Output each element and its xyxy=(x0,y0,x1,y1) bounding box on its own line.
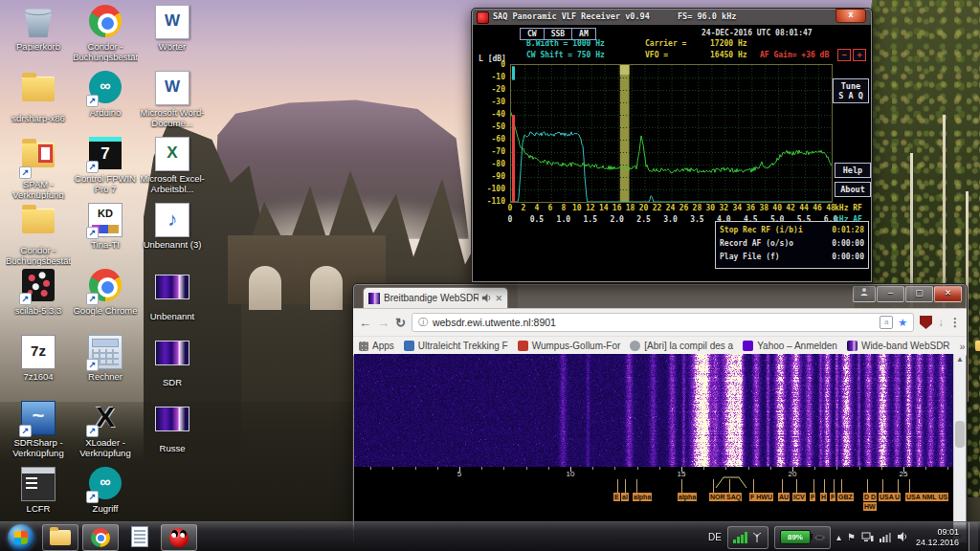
desktop-icon-7z1604[interactable]: 7z7z1604 xyxy=(6,335,71,382)
station-label-f-hwu[interactable]: F HWU xyxy=(749,493,773,501)
station-label-al[interactable]: al xyxy=(621,493,629,501)
station-label-e[interactable]: E xyxy=(613,493,620,501)
station-label-alpha[interactable]: alpha xyxy=(678,493,697,501)
saq-recorder-row[interactable]: Play File (f)0:00:00 xyxy=(720,251,864,264)
page-scrollbar[interactable]: ▲ ▼ xyxy=(953,354,966,542)
desktop-icon-label: Zugriff xyxy=(73,503,138,514)
desktop-icon-zugriff[interactable]: ∞↗Zugriff xyxy=(73,467,138,514)
desktop-icon-w-rter[interactable]: WWörter xyxy=(140,5,205,52)
websdr-waterfall[interactable] xyxy=(354,354,954,467)
level-meter-tray-app[interactable] xyxy=(727,526,768,549)
desktop-icon-rechner[interactable]: ↗Rechner xyxy=(73,335,138,382)
download-extension-icon[interactable]: ↓ xyxy=(938,316,944,329)
address-bar[interactable]: ⓘ websdr.ewi.utwente.nl:8901 a ★ xyxy=(412,313,914,332)
desktop-icon-sdrsharp-verkn-pfung[interactable]: ~↗SDRSharp - Verknüpfung xyxy=(6,401,71,458)
scrollbar-up-icon[interactable]: ▲ xyxy=(954,354,966,365)
saq-recorder-row[interactable]: Record AF (o/s)o0:00:00 xyxy=(720,237,864,251)
station-label-usa[interactable]: USA xyxy=(879,493,895,501)
bookmark-star-icon[interactable]: ★ xyxy=(898,317,907,329)
show-desktop-button[interactable] xyxy=(969,522,978,551)
saq-gain-minus-button[interactable]: − xyxy=(837,49,851,61)
station-label-d-d[interactable]: D D xyxy=(863,493,877,501)
station-label-line2[interactable]: HW xyxy=(863,502,877,511)
saq-mode-cw[interactable]: CW xyxy=(521,29,545,39)
station-label-icv[interactable]: ICV xyxy=(792,493,806,501)
desktop-icon-papierkorb[interactable]: Papierkorb xyxy=(6,5,71,52)
station-label-saq[interactable]: SAQ xyxy=(725,493,742,501)
desktop-icon-unbenannt-3[interactable]: ♪Unbenannt (3) xyxy=(140,203,205,250)
desktop-icon-spam-verkn-pfung[interactable]: ↗SPAM - Verknüpfung xyxy=(6,137,71,200)
saq-recorder-panel[interactable]: Stop Rec RF (i/b)i0:01:28Record AF (o/s)… xyxy=(715,221,869,269)
forward-icon[interactable]: → xyxy=(377,316,390,330)
station-label-alpha[interactable]: alpha xyxy=(633,493,652,501)
desktop-icon-microsoft-excel-arbeitsbl[interactable]: XMicrosoft Excel-Arbeitsbl... xyxy=(140,137,205,194)
taskbar-app-notepad[interactable] xyxy=(122,524,157,549)
desktop-icon-unbenannt[interactable]: Unbenannt xyxy=(140,269,205,321)
maximize-button[interactable]: ▢ xyxy=(905,286,933,302)
saq-close-button[interactable]: x xyxy=(835,9,866,23)
station-label-usa-nml-us[interactable]: USA NML US xyxy=(905,493,948,501)
close-button[interactable]: ✕ xyxy=(934,286,962,302)
tab-breitbandige-websdr[interactable]: Breitbandige WebSDR ✕ xyxy=(363,287,508,308)
language-indicator[interactable]: DE xyxy=(708,532,722,542)
saq-gain-plus-button[interactable]: + xyxy=(853,49,866,61)
desktop-icon-google-chrome[interactable]: ↗Google Chrome xyxy=(73,269,138,316)
page-info-icon[interactable]: ⓘ xyxy=(418,316,428,329)
saq-titlebar[interactable]: SAQ Panoramic VLF Receiver v0.94 FS= 96.… xyxy=(472,9,872,25)
station-label-nor[interactable]: NOR xyxy=(709,493,726,501)
desktop-icon-xloader-verkn-pfung[interactable]: X↗XLoader - Verknüpfung xyxy=(73,401,138,458)
desktop-icon-sdrsharp-x86[interactable]: sdrsharp-x86 xyxy=(6,71,71,123)
desktop-icon-condor-buchungsbest-tig[interactable]: Condor - Buchungsbestätig... xyxy=(6,203,71,266)
taskbar-app-explorer[interactable] xyxy=(42,524,78,551)
mobile-signal-icon[interactable] xyxy=(880,532,891,542)
bookmark-wide-band-websdr[interactable]: Wide-band WebSDR xyxy=(847,341,950,351)
station-label-h[interactable]: H xyxy=(820,493,827,501)
desktop-icon-microsoft-word-docume[interactable]: WMicrosoft Word-Docume... xyxy=(140,71,205,128)
taskbar-clock[interactable]: 09:01 24.12.2016 xyxy=(916,527,959,548)
bookmark-abri-la-compil-des-a[interactable]: [Abri] la compil des a xyxy=(630,341,733,351)
desktop-icon-russe[interactable]: Russe xyxy=(140,401,205,453)
tab-close-icon[interactable]: ✕ xyxy=(495,294,502,303)
saq-mode-am[interactable]: AM xyxy=(572,29,595,39)
saq-recorder-row[interactable]: Stop Rec RF (i/b)i0:01:28 xyxy=(720,224,864,237)
desktop-icon-control-fpwin-pro-7[interactable]: 7↗Control FPWIN Pro 7 xyxy=(73,137,138,194)
scrollbar-thumb[interactable] xyxy=(955,421,965,448)
other-bookmarks-folder[interactable]: Weitere Lesezeichen xyxy=(975,341,980,351)
desktop-icon-arduino[interactable]: ∞↗Arduino xyxy=(73,71,138,118)
bookmarks-overflow-chevron[interactable]: » xyxy=(960,341,966,352)
station-label-f[interactable]: F xyxy=(830,493,835,501)
hidden-icons-chevron[interactable]: ▴ xyxy=(836,532,841,542)
station-label-f[interactable]: F xyxy=(810,493,815,501)
desktop-icon-scilab-5-3-3[interactable]: ↗scilab-5.3.3 xyxy=(6,269,71,316)
saq-tune-button[interactable]: Tune S A Q xyxy=(833,78,869,103)
bookmark-wumpus-gollum-for[interactable]: Wumpus-Gollum-For xyxy=(518,341,621,351)
network-icon[interactable] xyxy=(861,532,874,542)
minimize-button[interactable]: – xyxy=(877,286,904,302)
desktop-icon-lcfr[interactable]: LCFR xyxy=(6,467,71,514)
action-center-flag-icon[interactable]: ⚑ xyxy=(847,532,856,542)
taskbar-app-chrome[interactable] xyxy=(82,524,119,551)
ublock-extension-icon[interactable] xyxy=(920,316,932,329)
saq-help-button[interactable]: Help xyxy=(835,163,871,178)
bookmark-yahoo-anmelden[interactable]: Yahoo – Anmelden xyxy=(743,341,837,351)
bookmark-ultraleicht-trekking-f[interactable]: Ultraleicht Trekking F xyxy=(404,341,508,351)
volume-icon[interactable] xyxy=(897,529,908,546)
tab-audio-icon[interactable] xyxy=(481,290,492,307)
desktop-icon-tina-ti[interactable]: KD↗Tina-TI xyxy=(73,203,138,250)
profile-button[interactable] xyxy=(853,286,876,302)
back-icon[interactable]: ← xyxy=(359,316,371,330)
saq-mode-ssb[interactable]: SSB xyxy=(545,29,572,39)
desktop-icon-condor-buchungsbest-tig[interactable]: Condor - Buchungsbestätig... xyxy=(73,5,138,62)
battery-tray-app[interactable]: 89% xyxy=(774,526,831,549)
taskbar-app-gremlin[interactable] xyxy=(161,524,197,551)
desktop-icon-sdr[interactable]: SDR xyxy=(140,335,205,387)
station-label-gbz[interactable]: GBZ xyxy=(837,493,854,501)
bookmark-apps[interactable]: Apps xyxy=(359,341,394,351)
start-button[interactable] xyxy=(8,524,34,551)
chrome-menu-icon[interactable]: ⋮ xyxy=(949,316,961,329)
saq-about-button[interactable]: About xyxy=(835,182,871,197)
reload-icon[interactable]: ↻ xyxy=(395,316,406,330)
station-label-u[interactable]: U xyxy=(894,493,901,501)
station-label-au[interactable]: AU xyxy=(778,493,790,501)
translate-icon[interactable]: a xyxy=(880,316,893,329)
